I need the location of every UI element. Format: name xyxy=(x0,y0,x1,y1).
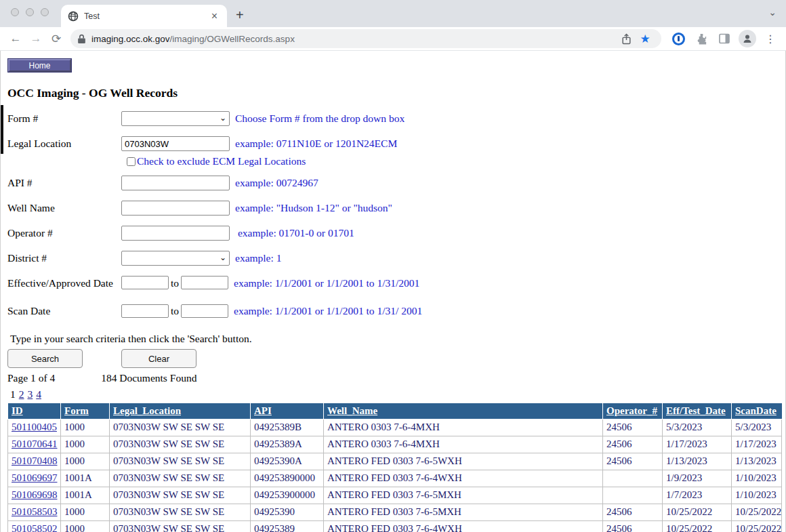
page-content: Home OCC Imaging - OG Well Records Form … xyxy=(0,51,786,532)
browser-tab[interactable]: Test × xyxy=(61,5,227,27)
legal-location-hint: example: 0711N10E or 1201N24ECM xyxy=(235,138,397,150)
table-cell: 1000 xyxy=(61,520,110,532)
table-cell: 24506 xyxy=(603,520,663,532)
column-sort-link[interactable]: Legal_Location xyxy=(113,405,181,416)
pagination: 1234 xyxy=(10,388,785,401)
district-select[interactable]: ⌄ xyxy=(121,251,230,266)
reload-button[interactable]: ⟳ xyxy=(46,29,66,48)
table-cell: 10/25/2022 xyxy=(732,504,782,520)
district-hint: example: 1 xyxy=(235,252,281,264)
scan-date-label: Scan Date xyxy=(7,305,121,317)
table-cell: 1/13/2023 xyxy=(732,453,782,470)
record-id-link[interactable]: 501100405 xyxy=(12,422,57,432)
column-header: Operator_# xyxy=(603,403,663,419)
scan-date-to-input[interactable] xyxy=(181,304,228,318)
exclude-ecm-label[interactable]: Check to exclude ECM Legal Locations xyxy=(137,155,306,167)
operator-hint: example: 01701-0 or 01701 xyxy=(235,227,354,239)
extensions-button[interactable] xyxy=(691,29,711,48)
profile-button[interactable] xyxy=(737,29,758,48)
browser-toolbar: ← → ⟳ imaging.occ.ok.gov/imaging/OGWellR… xyxy=(0,27,786,51)
table-cell: 1000 xyxy=(61,504,110,520)
table-cell: 5/3/2023 xyxy=(663,419,732,436)
side-panel-icon xyxy=(718,33,730,45)
table-cell: 24506 xyxy=(603,504,663,520)
tab-search-chevron-icon[interactable]: ⌄ xyxy=(768,7,777,18)
table-cell: 501058503 xyxy=(8,504,61,520)
table-header-row: IDFormLegal_LocationAPIWell_NameOperator… xyxy=(8,403,782,419)
table-cell: 04925389B xyxy=(251,419,324,436)
page-link[interactable]: 3 xyxy=(28,388,33,400)
effective-date-to-input[interactable] xyxy=(181,276,228,289)
back-button[interactable]: ← xyxy=(5,29,26,48)
table-cell: 1000 xyxy=(61,419,110,436)
table-cell: 0703N03W SW SE SW SE xyxy=(110,470,251,487)
table-cell: 0703N03W SW SE SW SE xyxy=(110,520,251,532)
share-icon xyxy=(621,33,632,45)
close-window-button[interactable] xyxy=(11,8,19,16)
record-id-link[interactable]: 501058502 xyxy=(12,523,58,532)
scan-date-from-input[interactable] xyxy=(121,304,169,318)
record-id-link[interactable]: 501070408 xyxy=(12,455,58,466)
api-row: API # example: 00724967 xyxy=(7,176,785,190)
table-cell: 10/25/2022 xyxy=(663,504,732,520)
table-cell: 1001A xyxy=(61,470,110,487)
record-id-link[interactable]: 501069698 xyxy=(12,489,58,500)
legal-location-input[interactable] xyxy=(121,136,230,151)
table-cell: ANTERO 0303 7-6-4MXH xyxy=(324,419,603,436)
api-input[interactable] xyxy=(121,176,230,190)
well-name-input[interactable] xyxy=(121,201,230,216)
form-number-select-control[interactable] xyxy=(121,111,230,126)
forward-button[interactable]: → xyxy=(26,29,46,48)
operator-input[interactable] xyxy=(121,226,230,241)
column-sort-link[interactable]: Operator_# xyxy=(606,405,657,416)
table-cell: 1001A xyxy=(61,487,110,504)
bookmark-star-icon[interactable]: ★ xyxy=(636,32,655,46)
effective-date-to-label: to xyxy=(171,277,179,289)
table-cell: ANTERO FED 0303 7-6-5WXH xyxy=(324,453,603,470)
page-link[interactable]: 4 xyxy=(36,388,41,400)
password-manager-extension-button[interactable] xyxy=(668,29,688,48)
legal-location-row: Legal Location example: 0711N10E or 1201… xyxy=(7,136,785,151)
browser-menu-button[interactable]: ⋮ xyxy=(760,29,781,48)
puzzle-icon xyxy=(695,33,708,45)
new-tab-button[interactable]: + xyxy=(236,8,244,22)
tab-title: Test xyxy=(84,12,209,21)
form-number-select[interactable]: ⌄ xyxy=(121,111,230,126)
column-sort-link[interactable]: Well_Name xyxy=(327,405,377,416)
operator-row: Operator # example: 01701-0 or 01701 xyxy=(7,226,785,241)
page-link[interactable]: 2 xyxy=(19,388,24,400)
district-select-control[interactable] xyxy=(121,251,230,266)
effective-date-hint: example: 1/1/2001 or 1/1/2001 to 1/31/20… xyxy=(234,277,419,289)
table-row: 50107064110000703N03W SW SE SW SE0492538… xyxy=(8,436,782,453)
column-header: ScanDate xyxy=(732,403,782,419)
scan-date-to-label: to xyxy=(171,305,179,317)
table-row: 5010696971001A0703N03W SW SE SW SE049253… xyxy=(8,470,782,487)
table-row: 50110040510000703N03W SW SE SW SE0492538… xyxy=(8,419,782,436)
table-cell: 10/25/2022 xyxy=(663,520,732,532)
column-sort-link[interactable]: ID xyxy=(12,405,23,416)
instruction-text: Type in your search criteria then click … xyxy=(10,333,785,345)
side-panel-button[interactable] xyxy=(714,29,735,48)
zoom-window-button[interactable] xyxy=(41,8,49,16)
home-button[interactable]: Home xyxy=(8,59,71,72)
share-button[interactable] xyxy=(617,33,636,45)
url-text: imaging.occ.ok.gov/imaging/OGWellRecords… xyxy=(91,34,295,44)
exclude-ecm-checkbox[interactable] xyxy=(127,157,136,166)
record-id-link[interactable]: 501058503 xyxy=(12,506,58,517)
clear-button[interactable]: Clear xyxy=(121,349,196,368)
api-label: API # xyxy=(7,177,121,189)
window-controls[interactable] xyxy=(11,8,49,16)
left-edge-artifact xyxy=(1,105,3,154)
tab-close-icon[interactable]: × xyxy=(209,9,220,23)
minimize-window-button[interactable] xyxy=(26,8,34,16)
record-id-link[interactable]: 501069697 xyxy=(12,472,58,483)
address-bar[interactable]: imaging.occ.ok.gov/imaging/OGWellRecords… xyxy=(70,29,661,48)
column-sort-link[interactable]: ScanDate xyxy=(735,405,777,416)
column-sort-link[interactable]: API xyxy=(254,405,272,416)
search-button[interactable]: Search xyxy=(7,349,83,368)
form-number-label: Form # xyxy=(7,112,121,125)
record-id-link[interactable]: 501070641 xyxy=(12,438,58,449)
column-sort-link[interactable]: Form xyxy=(64,405,89,416)
column-sort-link[interactable]: Eff/Test_Date xyxy=(666,405,726,416)
effective-date-from-input[interactable] xyxy=(121,276,169,289)
